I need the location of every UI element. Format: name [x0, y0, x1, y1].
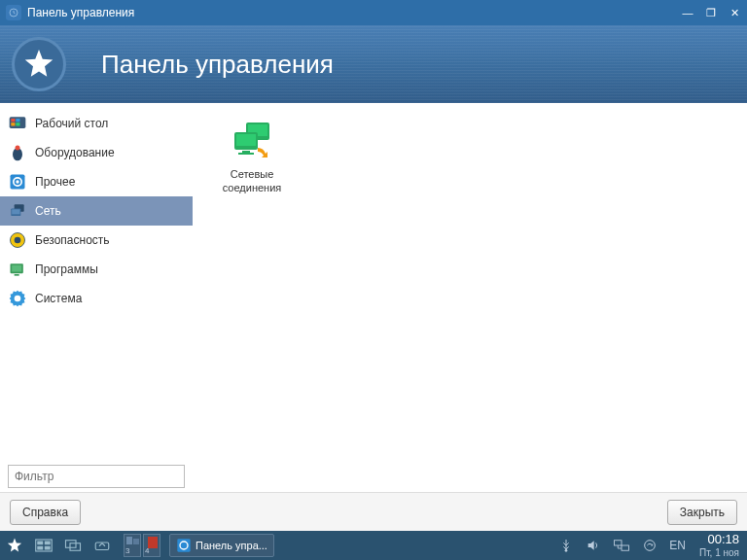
network-tray-icon[interactable] — [607, 531, 636, 560]
sync-tray-icon[interactable] — [636, 531, 663, 560]
svg-rect-18 — [15, 274, 19, 276]
tray-button[interactable] — [88, 531, 117, 560]
svg-rect-31 — [66, 541, 77, 548]
sidebar-item-programs[interactable]: Программы — [0, 255, 193, 284]
system-gear-icon — [8, 289, 27, 308]
filter-input[interactable] — [8, 465, 185, 488]
window-list-button[interactable] — [58, 531, 88, 560]
taskbar-task-label: Панель упра... — [196, 540, 267, 551]
taskbar: 3 4 Панель упра... EN 00:18 Пт, 1 ноя — [0, 531, 747, 560]
content-area: Сетевые соединения — [193, 103, 747, 492]
help-button[interactable]: Справка — [10, 500, 81, 525]
svg-rect-37 — [615, 541, 622, 545]
close-button[interactable]: ✕ — [728, 6, 741, 19]
minimize-button[interactable]: — — [681, 6, 694, 19]
sidebar-item-label: Оборудование — [35, 146, 115, 159]
clock[interactable]: 00:18 Пт, 1 ноя — [692, 533, 747, 557]
sidebar-item-label: Рабочий стол — [35, 117, 108, 130]
content-item-label: Сетевые соединения — [212, 167, 292, 195]
svg-rect-32 — [70, 543, 81, 551]
svg-rect-34 — [177, 539, 190, 551]
maximize-button[interactable]: ❐ — [704, 6, 718, 19]
sidebar-item-label: Безопасность — [35, 233, 110, 247]
svg-rect-30 — [45, 546, 51, 550]
sidebar-item-label: Сеть — [35, 204, 61, 218]
clock-date: Пт, 1 ноя — [699, 547, 739, 558]
svg-point-15 — [15, 237, 21, 244]
svg-rect-5 — [16, 122, 19, 125]
sidebar-item-network[interactable]: Сеть — [0, 196, 193, 226]
content-item-network-connections[interactable]: Сетевые соединения — [208, 113, 296, 199]
sidebar-item-other[interactable]: Прочее — [0, 167, 193, 196]
network-connections-icon — [229, 117, 275, 163]
svg-rect-17 — [12, 265, 21, 272]
sidebar-item-hardware[interactable]: Оборудование — [0, 138, 193, 167]
usb-tray-icon[interactable] — [552, 531, 580, 560]
svg-point-39 — [645, 541, 656, 551]
svg-rect-25 — [238, 153, 254, 155]
window-title: Панель управления — [27, 6, 134, 19]
programs-icon — [8, 260, 27, 279]
sidebar-item-label: Прочее — [35, 175, 75, 189]
app-icon — [6, 5, 21, 20]
clock-time: 00:18 — [707, 533, 739, 546]
volume-tray-icon[interactable] — [580, 531, 607, 560]
pager-workspace-4[interactable]: 4 — [143, 534, 160, 557]
svg-point-19 — [15, 296, 21, 302]
start-button[interactable] — [0, 531, 29, 560]
sidebar-item-label: Система — [35, 292, 82, 305]
show-desktop-button[interactable] — [29, 531, 58, 560]
pager-workspace-3[interactable]: 3 — [124, 534, 141, 557]
titlebar: Панель управления — ❐ ✕ — [0, 0, 747, 25]
svg-point-7 — [16, 146, 20, 151]
svg-point-10 — [16, 180, 18, 183]
svg-rect-28 — [45, 542, 51, 545]
sidebar-item-desktop[interactable]: Рабочий стол — [0, 109, 193, 138]
desktop-icon — [8, 114, 27, 133]
gear-icon — [8, 172, 27, 192]
sidebar: Рабочий стол Оборудование Прочее — [0, 103, 193, 492]
header-title: Панель управления — [101, 50, 334, 80]
svg-rect-13 — [12, 209, 19, 214]
header-star-icon — [12, 37, 66, 91]
shield-icon — [8, 230, 27, 250]
svg-point-36 — [565, 549, 568, 552]
footer: Справка Закрыть — [0, 492, 747, 531]
svg-rect-24 — [242, 151, 250, 153]
svg-rect-29 — [37, 546, 43, 550]
svg-rect-27 — [37, 542, 43, 545]
keyboard-layout[interactable]: EN — [663, 531, 692, 560]
network-icon — [8, 201, 27, 221]
header: Панель управления — [0, 25, 747, 103]
close-dialog-button[interactable]: Закрыть — [667, 500, 737, 525]
sidebar-item-label: Программы — [35, 262, 98, 276]
svg-rect-3 — [16, 119, 19, 122]
taskbar-task-control-panel[interactable]: Панель упра... — [169, 534, 274, 557]
svg-rect-23 — [236, 134, 256, 146]
svg-rect-38 — [622, 545, 629, 550]
sidebar-item-system[interactable]: Система — [0, 284, 193, 313]
pager[interactable]: 3 4 — [117, 531, 167, 560]
mouse-icon — [8, 143, 27, 162]
sidebar-item-security[interactable]: Безопасность — [0, 226, 193, 255]
svg-rect-4 — [11, 122, 15, 125]
svg-rect-2 — [11, 119, 15, 122]
